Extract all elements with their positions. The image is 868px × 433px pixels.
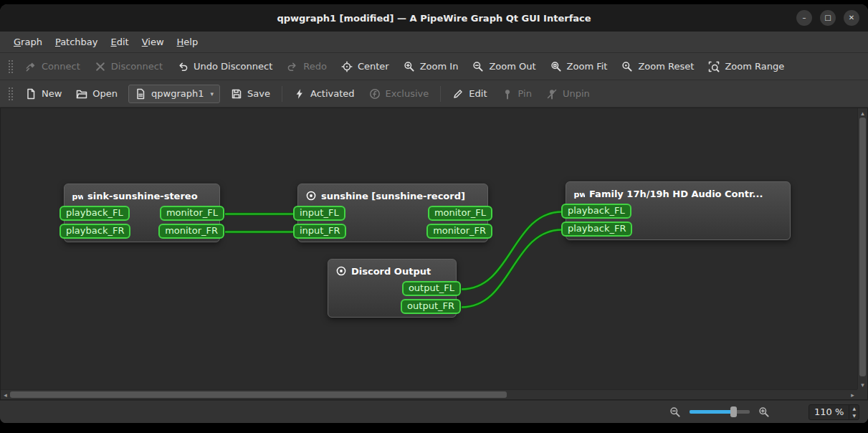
edit-button[interactable]: Edit <box>446 84 493 104</box>
new-button[interactable]: New <box>19 84 68 104</box>
desktop: qpwgraph1 [modified] — A PipeWire Graph … <box>0 0 868 433</box>
zoom-range-icon <box>708 61 720 72</box>
center-icon <box>341 61 353 72</box>
open-button[interactable]: Open <box>70 84 124 104</box>
port-output_FL[interactable]: output_FL <box>402 281 461 296</box>
activated-button[interactable]: Activated <box>287 84 361 104</box>
node-discord-output[interactable]: Discord Outputoutput_FLoutput_FR <box>328 259 457 318</box>
port-input_FL[interactable]: input_FL <box>293 206 345 221</box>
zoom-out-button[interactable]: Zoom Out <box>466 57 542 77</box>
zoom-fit-icon <box>550 61 562 72</box>
node-title: Family 17h/19h HD Audio Contr... <box>589 189 763 199</box>
scroll-up-arrow-icon[interactable]: ▴ <box>858 108 867 118</box>
zoom-spinbox[interactable]: 110 % ▲ ▼ <box>809 404 859 420</box>
open-folder-icon <box>76 88 87 100</box>
port-playback_FL[interactable]: playback_FL <box>59 206 130 221</box>
zoom-in-icon[interactable] <box>758 406 770 418</box>
zoom-in-button[interactable]: Zoom In <box>397 57 465 77</box>
zoom-slider-handle[interactable] <box>730 406 737 417</box>
canvas[interactable]: pwsink-sunshine-stereoplayback_FLmonitor… <box>0 108 868 400</box>
toolbar-button-label: Unpin <box>563 88 590 99</box>
menu-edit[interactable]: Edit <box>105 33 135 51</box>
node-title: sunshine [sunshine-record] <box>321 191 465 201</box>
horizontal-scrollbar[interactable]: ◂ ▸ <box>1 389 857 399</box>
toolbar-button-label: Undo Disconnect <box>194 61 272 72</box>
statusbar: 110 % ▲ ▼ <box>0 400 868 423</box>
maximize-button[interactable]: □ <box>820 10 836 26</box>
edit-icon <box>452 88 464 100</box>
toolbar-grip[interactable] <box>8 87 14 101</box>
exclusive-button: Exclusive <box>363 84 436 104</box>
port-row: playback_FR <box>566 222 790 237</box>
port-playback_FL[interactable]: playback_FL <box>561 204 631 219</box>
save-button[interactable]: Save <box>224 84 277 104</box>
patchbay-select-combo[interactable]: qpwgraph1▾ <box>128 85 220 103</box>
toolbar-button-label: Zoom In <box>420 61 459 72</box>
app-icon <box>305 190 317 201</box>
unpin-button: Unpin <box>540 84 596 104</box>
node-family-audio[interactable]: pwFamily 17h/19h HD Audio Contr...playba… <box>566 181 791 240</box>
toolbar-button-label: Edit <box>469 88 487 99</box>
scroll-down-arrow-icon[interactable]: ▾ <box>858 380 867 389</box>
svg-text:pw: pw <box>72 192 84 201</box>
zoom-spin-up-icon[interactable]: ▲ <box>849 405 859 411</box>
port-monitor_FL[interactable]: monitor_FL <box>160 206 224 221</box>
node-title: Discord Output <box>351 266 431 277</box>
menu-graph[interactable]: Graph <box>7 33 49 51</box>
patchbay-select-value: qpwgraph1 <box>151 88 204 99</box>
toolbar-button-label: Zoom Fit <box>567 61 608 72</box>
app-window: qpwgraph1 [modified] — A PipeWire Graph … <box>0 4 868 423</box>
toolbar-separator <box>282 86 282 102</box>
port-monitor_FR[interactable]: monitor_FR <box>158 224 224 239</box>
chevron-down-icon: ▾ <box>211 90 214 97</box>
node-sunshine[interactable]: sunshine [sunshine-record]input_FLmonito… <box>297 184 488 242</box>
horizontal-scrollbar-thumb[interactable] <box>10 391 507 398</box>
menu-view[interactable]: View <box>135 33 171 51</box>
close-button[interactable]: ✕ <box>844 10 859 26</box>
scrollbar-corner <box>857 389 867 399</box>
toolbar-button-label: Open <box>92 88 118 99</box>
node-header: pwsink-sunshine-stereo <box>65 184 219 206</box>
menu-patchbay[interactable]: Patchbay <box>49 33 105 51</box>
scroll-left-arrow-icon[interactable]: ◂ <box>1 390 10 399</box>
zoom-spin-down-icon[interactable]: ▼ <box>849 412 859 419</box>
port-row: playback_FLmonitor_FL <box>65 206 219 221</box>
scroll-right-arrow-icon[interactable]: ▸ <box>848 390 857 399</box>
pin-button: Pin <box>495 84 538 104</box>
save-icon <box>231 88 242 100</box>
menu-help[interactable]: Help <box>171 33 205 51</box>
zoom-fit-button[interactable]: Zoom Fit <box>544 57 614 77</box>
zoom-out-icon[interactable] <box>669 406 681 418</box>
new-file-icon <box>25 88 37 100</box>
port-playback_FR[interactable]: playback_FR <box>561 222 632 237</box>
port-row: playback_FRmonitor_FR <box>65 224 219 239</box>
zoom-slider[interactable] <box>690 410 750 414</box>
port-output_FR[interactable]: output_FR <box>401 299 461 314</box>
unpin-icon <box>546 88 558 100</box>
undo-disconnect-button[interactable]: Undo Disconnect <box>171 57 279 77</box>
toolbar-button-label: Activated <box>310 88 355 99</box>
port-monitor_FR[interactable]: monitor_FR <box>426 224 492 239</box>
center-button[interactable]: Center <box>335 57 396 77</box>
zoom-out-icon <box>472 61 484 72</box>
window-controls: –□✕ <box>796 10 859 26</box>
port-playback_FR[interactable]: playback_FR <box>59 224 130 239</box>
zoom-range-button[interactable]: Zoom Range <box>702 57 791 77</box>
vertical-scrollbar[interactable]: ▴ ▾ <box>857 108 867 389</box>
node-sink-sunshine-stereo[interactable]: pwsink-sunshine-stereoplayback_FLmonitor… <box>64 184 220 242</box>
toolbar-button-label: Redo <box>303 61 327 72</box>
toolbar-button-label: Zoom Range <box>725 61 784 72</box>
app-icon <box>335 265 347 277</box>
port-row: output_FR <box>328 299 456 314</box>
toolbar-button-label: New <box>42 88 62 99</box>
node-header: pwFamily 17h/19h HD Audio Contr... <box>566 182 790 204</box>
zoom-reset-button[interactable]: Zoom Reset <box>615 57 700 77</box>
port-monitor_FL[interactable]: monitor_FL <box>428 206 492 221</box>
toolbar-button-label: Zoom Out <box>489 61 535 72</box>
titlebar[interactable]: qpwgraph1 [modified] — A PipeWire Graph … <box>0 4 868 32</box>
vertical-scrollbar-thumb[interactable] <box>859 118 866 376</box>
minimize-button[interactable]: – <box>796 10 812 26</box>
port-input_FR[interactable]: input_FR <box>293 224 346 239</box>
toolbar-grip[interactable] <box>8 60 14 74</box>
toolbar-button-label: Center <box>358 61 389 72</box>
